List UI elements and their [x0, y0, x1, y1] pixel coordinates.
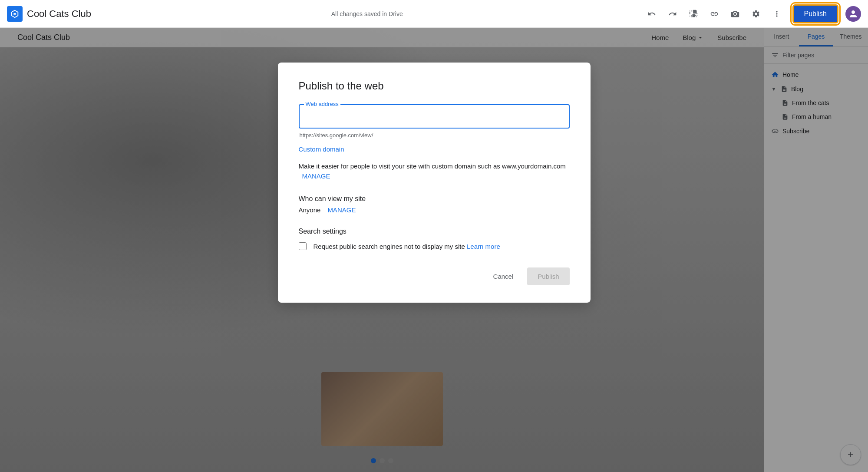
checkbox-label: Request public search engines not to dis… — [314, 243, 500, 250]
modal-actions: Cancel Publish — [299, 267, 570, 285]
custom-domain-text: Make it easier for people to visit your … — [299, 162, 570, 181]
link-button[interactable] — [706, 5, 723, 23]
header: Cool Cats Club All changes saved in Driv… — [0, 0, 868, 28]
more-button[interactable] — [768, 5, 785, 23]
settings-button[interactable] — [747, 5, 765, 23]
search-settings-title: Search settings — [299, 228, 570, 235]
header-actions: Publish — [643, 4, 861, 23]
publish-header-button[interactable]: Publish — [792, 4, 838, 23]
redo-button[interactable] — [664, 5, 681, 23]
viewers-text: Anyone — [299, 206, 321, 214]
web-address-input[interactable] — [305, 112, 564, 124]
modal-publish-button[interactable]: Publish — [527, 267, 569, 285]
site-title: Cool Cats Club — [27, 8, 91, 20]
custom-domain-manage-link[interactable]: MANAGE — [302, 172, 330, 180]
learn-more-link[interactable]: Learn more — [467, 243, 500, 250]
devices-button[interactable] — [685, 5, 702, 23]
save-status: All changes saved in Drive — [331, 10, 403, 17]
avatar[interactable] — [845, 6, 861, 22]
sites-logo-icon — [7, 6, 23, 22]
viewers-manage-link[interactable]: MANAGE — [327, 206, 356, 214]
cancel-button[interactable]: Cancel — [486, 268, 521, 284]
web-address-container: Web address — [299, 104, 570, 129]
who-can-view-title: Who can view my site — [299, 195, 570, 203]
svg-rect-0 — [13, 13, 16, 15]
checkbox-row: Request public search engines not to dis… — [299, 242, 570, 250]
custom-domain-link[interactable]: Custom domain — [299, 145, 570, 153]
header-center: All changes saved in Drive — [91, 10, 643, 17]
publish-modal: Publish to the web Web address https://s… — [278, 63, 591, 303]
modal-overlay: Publish to the web Web address https://s… — [0, 28, 868, 472]
undo-button[interactable] — [643, 5, 660, 23]
header-logo: Cool Cats Club — [7, 6, 91, 22]
share-button[interactable] — [726, 5, 744, 23]
viewers-row: Anyone MANAGE — [299, 206, 570, 214]
url-hint: https://sites.google.com/view/ — [299, 132, 570, 139]
modal-title: Publish to the web — [299, 80, 570, 92]
search-engines-checkbox[interactable] — [299, 242, 307, 250]
web-address-label: Web address — [304, 101, 340, 107]
